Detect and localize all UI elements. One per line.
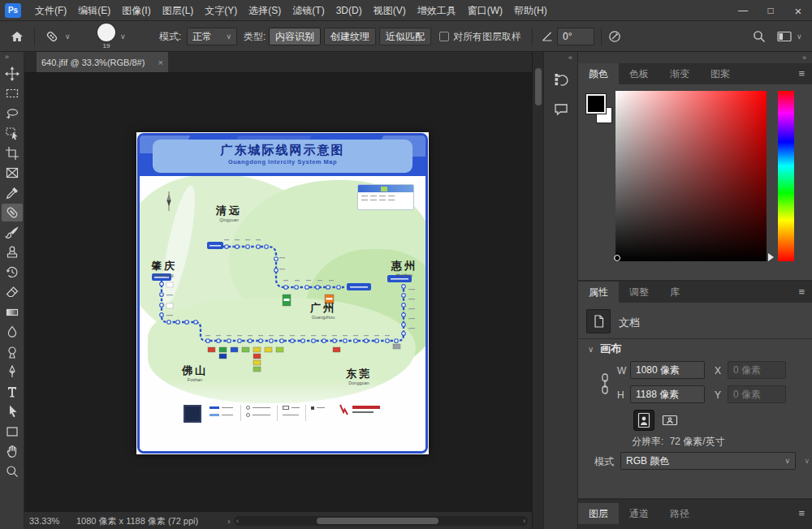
foreground-color-swatch[interactable]	[586, 94, 606, 114]
maximize-icon[interactable]: □	[757, 0, 784, 21]
tab-adjustments[interactable]: 调整	[619, 282, 659, 303]
dodge-tool[interactable]	[2, 343, 23, 361]
frame-tool[interactable]	[2, 164, 23, 182]
minimize-icon[interactable]: —	[729, 0, 757, 21]
chevron-down-icon[interactable]: ∨	[65, 21, 71, 52]
history-panel-icon[interactable]	[550, 68, 572, 91]
close-icon[interactable]: ×	[784, 0, 812, 21]
menu-select[interactable]: 选择(S)	[243, 0, 287, 21]
collapse-tools-icon[interactable]: »	[0, 52, 24, 62]
proximity-match-button[interactable]: 近似匹配	[379, 28, 431, 45]
path-selection-tool[interactable]	[2, 402, 23, 420]
tab-properties[interactable]: 属性	[578, 282, 619, 303]
panel-menu-icon[interactable]: ≡	[798, 282, 812, 303]
scroll-left-icon[interactable]: ‹	[236, 516, 239, 526]
city-label-qingyuan: 清远Qingyuan	[205, 204, 253, 222]
menu-window[interactable]: 窗口(W)	[462, 0, 508, 21]
layers-panel-tabs: 图层 通道 路径 ≡	[578, 503, 812, 524]
menu-view[interactable]: 视图(V)	[368, 0, 412, 21]
horizontal-scrollbar[interactable]: ‹ ›	[234, 516, 528, 526]
hue-slider[interactable]	[778, 91, 794, 261]
menu-3d[interactable]: 3D(D)	[330, 0, 368, 21]
options-bar: ∨ 19 ∨ 模式: 正常 ∨ 类型: 内容识别 创建纹理 近似匹配 对所有图层…	[0, 21, 812, 52]
pen-tool[interactable]	[2, 363, 23, 381]
tab-gradients[interactable]: 渐变	[659, 63, 700, 84]
menu-image[interactable]: 图像(I)	[116, 0, 156, 21]
expand-panels-icon[interactable]: «	[544, 52, 577, 62]
width-input[interactable]: 1080 像素	[630, 361, 705, 379]
menu-type[interactable]: 文字(Y)	[199, 0, 243, 21]
tab-layers[interactable]: 图层	[578, 503, 619, 524]
type-tool[interactable]	[2, 383, 23, 401]
crop-tool[interactable]	[2, 144, 23, 162]
horizontal-scrollbar-thumb[interactable]	[317, 518, 438, 524]
color-mode-select[interactable]: RGB 颜色 ∨	[620, 452, 796, 470]
rectangle-tool[interactable]	[2, 423, 23, 441]
blend-mode-select[interactable]: 正常 ∨	[187, 28, 237, 45]
home-icon[interactable]	[10, 29, 24, 44]
saturation-brightness-field[interactable]	[615, 91, 767, 261]
zoom-tool[interactable]	[2, 462, 23, 480]
map-footer-legend	[140, 402, 428, 434]
document-tab[interactable]: 640.jfif @ 33.3%(RGB/8#) ×	[37, 52, 168, 72]
rectangular-marquee-tool[interactable]	[2, 84, 23, 102]
move-tool[interactable]	[2, 65, 23, 83]
panel-menu-icon[interactable]: ≡	[798, 63, 812, 84]
sample-all-layers-checkbox[interactable]	[439, 32, 449, 41]
blur-tool[interactable]	[2, 323, 23, 341]
comments-panel-icon[interactable]	[550, 97, 572, 120]
tab-channels[interactable]: 通道	[619, 503, 659, 524]
resolution-row: 分辨率: 72 像素/英寸	[632, 435, 725, 449]
menu-help[interactable]: 帮助(H)	[508, 0, 553, 21]
canvas-section-header[interactable]: ∨画布	[588, 342, 621, 356]
portrait-orientation-button[interactable]	[633, 410, 654, 431]
angle-icon	[541, 30, 554, 43]
eraser-tool[interactable]	[2, 283, 23, 301]
vertical-scrollbar[interactable]	[532, 52, 543, 529]
y-label: Y	[715, 389, 721, 401]
scroll-right-icon[interactable]: ›	[523, 516, 525, 526]
landscape-orientation-button[interactable]	[659, 410, 680, 431]
menu-layer[interactable]: 图层(L)	[157, 0, 200, 21]
content-aware-button[interactable]: 内容识别	[269, 28, 321, 45]
create-texture-button[interactable]: 创建纹理	[324, 28, 376, 45]
hand-tool[interactable]	[2, 442, 23, 460]
height-input[interactable]: 1188 像素	[630, 385, 705, 403]
menu-file[interactable]: 文件(F)	[29, 0, 72, 21]
scroll-more-icon[interactable]: ∨	[804, 457, 810, 465]
chevron-down-icon[interactable]: ∨	[797, 21, 802, 52]
search-icon[interactable]	[752, 29, 767, 44]
workspace-icon[interactable]	[776, 29, 793, 44]
menu-filter[interactable]: 滤镜(T)	[287, 0, 330, 21]
tab-color[interactable]: 颜色	[578, 63, 619, 84]
spot-healing-brush-tool[interactable]	[2, 204, 23, 221]
color-field-cursor[interactable]	[614, 255, 620, 261]
lasso-tool[interactable]	[2, 105, 23, 123]
pressure-size-icon[interactable]	[607, 29, 622, 44]
hue-slider-arrow[interactable]	[768, 253, 774, 261]
vertical-scrollbar-thumb[interactable]	[535, 68, 542, 105]
panel-menu-icon[interactable]: ≡	[798, 503, 812, 524]
brush-tool[interactable]	[2, 224, 23, 242]
gradient-tool[interactable]	[2, 303, 23, 321]
object-selection-tool[interactable]	[2, 124, 23, 142]
tab-swatches[interactable]: 色板	[619, 63, 659, 84]
angle-input[interactable]: 0°	[557, 28, 594, 45]
canvas-viewport[interactable]: 广东城际线网示意图 Guangdong Intercity System Map	[24, 73, 532, 511]
chevron-down-icon[interactable]: ∨	[120, 21, 126, 52]
menu-plugins[interactable]: 增效工具	[412, 0, 462, 21]
collapse-panels-icon[interactable]: »	[578, 52, 812, 63]
tab-libraries[interactable]: 库	[659, 282, 690, 303]
clone-stamp-tool[interactable]	[2, 243, 23, 261]
zoom-level-field[interactable]: 33.33%	[29, 512, 59, 529]
menu-edit[interactable]: 编辑(E)	[72, 0, 116, 21]
link-dimensions-icon[interactable]	[599, 372, 611, 399]
status-menu-chevron-icon[interactable]: ›	[227, 512, 231, 529]
eyedropper-tool[interactable]	[2, 184, 23, 202]
tab-patterns[interactable]: 图案	[700, 63, 741, 84]
spot-healing-brush-options-icon[interactable]	[44, 28, 60, 45]
close-tab-icon[interactable]: ×	[158, 58, 163, 67]
brush-preset-picker[interactable]: 19	[97, 24, 115, 49]
history-brush-tool[interactable]	[2, 264, 23, 282]
tab-paths[interactable]: 路径	[659, 503, 700, 524]
